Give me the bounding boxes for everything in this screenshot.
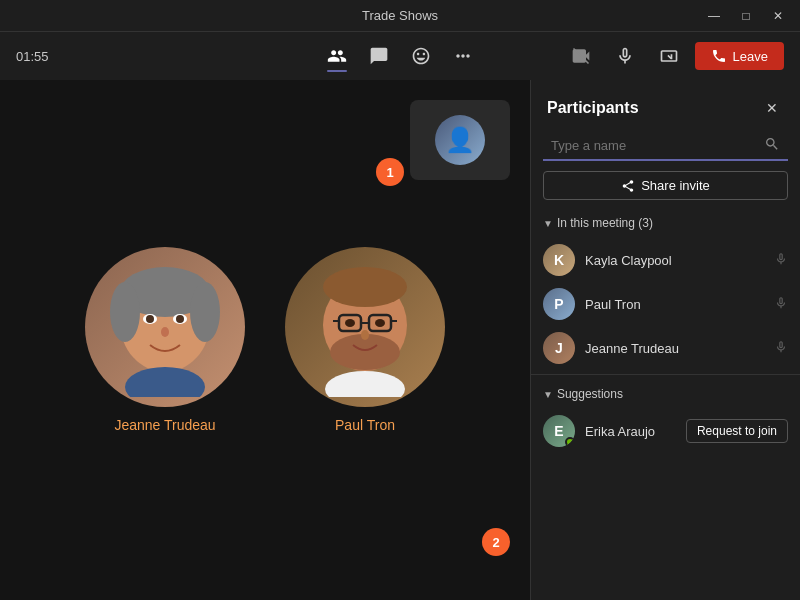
- title-bar: Trade Shows — □ ✕: [0, 0, 800, 32]
- small-video-avatar: 👤: [435, 115, 485, 165]
- status-dot-erika: [565, 437, 575, 447]
- svg-point-12: [323, 267, 407, 307]
- svg-point-6: [146, 315, 154, 323]
- toolbar-center: [317, 38, 483, 74]
- svg-point-19: [345, 319, 355, 327]
- reactions-button[interactable]: [401, 38, 441, 74]
- callout-1: 1: [376, 158, 404, 186]
- avatar-erika: E: [543, 415, 575, 447]
- mic-icon-paul: [774, 296, 788, 313]
- panel-title: Participants: [547, 99, 639, 117]
- toolbar: 01:55: [0, 32, 800, 80]
- participant-name-jeanne: Jeanne Trudeau: [585, 341, 764, 356]
- avatar-jeanne-list: J: [543, 332, 575, 364]
- in-meeting-text: In this meeting (3): [557, 216, 653, 230]
- avatar-kayla: K: [543, 244, 575, 276]
- mic-icon-jeanne: [774, 340, 788, 357]
- share-invite-button[interactable]: Share invite: [543, 171, 788, 200]
- suggestions-text: Suggestions: [557, 387, 623, 401]
- suggestions-label[interactable]: ▼ Suggestions: [531, 383, 800, 409]
- chevron-down-icon-suggestions: ▼: [543, 389, 553, 400]
- svg-point-10: [125, 367, 205, 397]
- participant-list: K Kayla Claypool P Paul Tron: [531, 238, 800, 370]
- leave-label: Leave: [733, 49, 768, 64]
- more-options-button[interactable]: [443, 38, 483, 74]
- in-meeting-label[interactable]: ▼ In this meeting (3): [531, 212, 800, 238]
- mic-icon-kayla: [774, 252, 788, 269]
- chat-button[interactable]: [359, 38, 399, 74]
- avatar-paul: [285, 247, 445, 407]
- video-participants-row: Jeanne Trudeau: [85, 247, 445, 433]
- participant-name-kayla: Kayla Claypool: [585, 253, 764, 268]
- divider: [531, 374, 800, 375]
- close-panel-button[interactable]: ✕: [760, 96, 784, 120]
- share-invite-label: Share invite: [641, 178, 710, 193]
- search-icon-button[interactable]: [764, 136, 780, 155]
- participant-item-erika[interactable]: E Erika Araujo Request to join: [531, 409, 800, 453]
- svg-point-3: [110, 282, 140, 342]
- svg-point-8: [176, 315, 184, 323]
- avatar-jeanne: [85, 247, 245, 407]
- search-box: [543, 132, 788, 161]
- participants-panel: Participants ✕ Share invite ▼ In this me…: [530, 80, 800, 600]
- video-participant-2: Paul Tron: [285, 247, 445, 433]
- microphone-button[interactable]: [607, 38, 643, 74]
- toolbar-right: Leave: [563, 38, 784, 74]
- svg-point-22: [325, 371, 405, 397]
- maximize-button[interactable]: □: [736, 6, 756, 26]
- call-timer: 01:55: [16, 49, 49, 64]
- callout-2: 2: [482, 528, 510, 556]
- request-to-join-button[interactable]: Request to join: [686, 419, 788, 443]
- panel-header: Participants ✕: [531, 80, 800, 132]
- avatar-paul-list: P: [543, 288, 575, 320]
- svg-point-4: [190, 282, 220, 342]
- main-content: 👤 1: [0, 80, 800, 600]
- small-video-container: 👤: [410, 100, 510, 180]
- svg-point-20: [375, 319, 385, 327]
- share-screen-button[interactable]: [651, 38, 687, 74]
- video-area: 👤 1: [0, 80, 530, 600]
- window-title: Trade Shows: [362, 8, 438, 23]
- minimize-button[interactable]: —: [704, 6, 724, 26]
- participants-button[interactable]: [317, 38, 357, 74]
- suggestions-section: ▼ Suggestions E Erika Araujo Request to …: [531, 383, 800, 453]
- participant-item-jeanne[interactable]: J Jeanne Trudeau: [531, 326, 800, 370]
- participant-item-paul[interactable]: P Paul Tron: [531, 282, 800, 326]
- participant-name-erika: Erika Araujo: [585, 424, 676, 439]
- window-controls: — □ ✕: [704, 6, 788, 26]
- close-button[interactable]: ✕: [768, 6, 788, 26]
- svg-point-21: [361, 330, 369, 340]
- chevron-down-icon: ▼: [543, 218, 553, 229]
- leave-button[interactable]: Leave: [695, 42, 784, 70]
- participant-item-kayla[interactable]: K Kayla Claypool: [531, 238, 800, 282]
- participant-name-paul: Paul Tron: [585, 297, 764, 312]
- participant-name-1: Jeanne Trudeau: [114, 417, 215, 433]
- video-participant-1: Jeanne Trudeau: [85, 247, 245, 433]
- camera-button[interactable]: [563, 38, 599, 74]
- search-input[interactable]: [551, 138, 764, 153]
- participant-name-2: Paul Tron: [335, 417, 395, 433]
- svg-point-9: [161, 327, 169, 337]
